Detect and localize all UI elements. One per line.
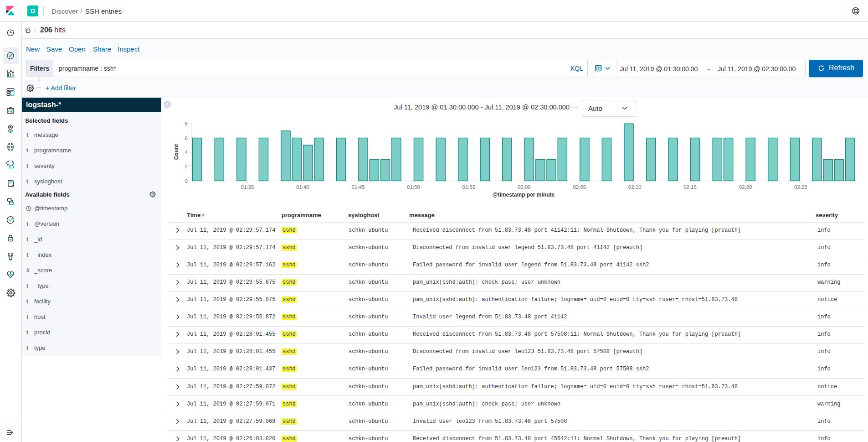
svg-text:Count: Count xyxy=(173,144,180,160)
svg-text:02:10: 02:10 xyxy=(628,184,642,190)
svg-text:@timestamp per minute: @timestamp per minute xyxy=(493,192,555,198)
svg-text:01:55: 01:55 xyxy=(462,184,476,190)
svg-text:6: 6 xyxy=(185,135,188,141)
svg-text:4: 4 xyxy=(185,150,188,155)
svg-text:01:40: 01:40 xyxy=(296,184,309,190)
svg-text:02:05: 02:05 xyxy=(573,184,586,190)
svg-text:01:45: 01:45 xyxy=(352,184,365,190)
svg-text:02:20: 02:20 xyxy=(739,184,752,190)
svg-text:2: 2 xyxy=(185,164,188,169)
svg-text:02:25: 02:25 xyxy=(794,184,807,190)
svg-text:01:50: 01:50 xyxy=(407,184,420,190)
svg-text:02:15: 02:15 xyxy=(683,184,697,190)
svg-text:01:35: 01:35 xyxy=(241,184,254,190)
svg-text:8: 8 xyxy=(185,121,188,126)
svg-text:02:00: 02:00 xyxy=(518,184,531,190)
svg-text:0: 0 xyxy=(185,178,188,184)
